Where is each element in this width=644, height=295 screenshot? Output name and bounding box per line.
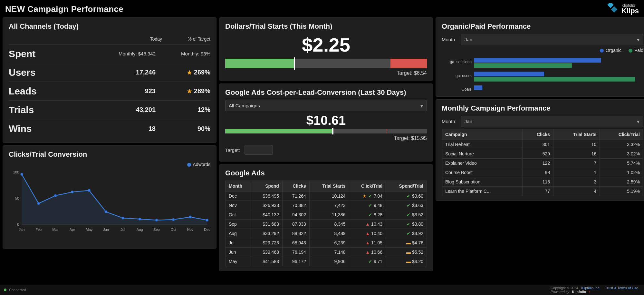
table-row: Jul$29,72368,9436,239▲ 11.05▬ $4.76 [226,238,427,248]
page-title: NEW Campaign Performance [5,4,123,14]
metric-target: ★269% [156,69,210,76]
mp-month-select[interactable]: Jan [461,116,643,127]
monthly-perf-panel: Monthly Campaign Performance Month: Jan … [436,99,644,201]
terms-link[interactable]: Trust & Terms of Use [605,286,638,290]
svg-text:Feb: Feb [35,228,42,231]
metric-today: 43,201 [91,106,156,113]
star-icon: ★ [187,88,192,95]
svg-point-21 [71,191,73,193]
warning-icon: ▲ [365,240,370,245]
table-header: Trial Starts [553,129,600,140]
svg-text:May: May [86,228,92,231]
svg-point-24 [121,217,124,219]
svg-text:ga: users: ga: users [456,74,472,78]
brand-logo: KlipfolioKlips [607,3,639,15]
col-target: % of Target [172,36,210,42]
metric-name: Spent [9,48,91,59]
svg-point-18 [20,173,23,176]
metric-row: Trials43,20112% [9,101,210,119]
cpl-bar [225,129,427,133]
star-icon: ★ [187,69,192,76]
svg-text:Oct: Oct [171,228,176,231]
svg-point-19 [37,202,40,205]
star-icon: ★ [362,193,367,199]
table-header: Spend/Trial [386,181,427,192]
legend-paid: Paid [634,48,643,53]
metric-name: Wins [9,123,91,134]
checkmark-icon: ✔ [368,193,372,199]
svg-text:Jan: Jan [19,228,24,231]
table-row: Oct$40,13294,30211,386✔ 8.28✔ $3.52 [226,210,427,220]
target-input-label: Target: [225,147,240,153]
table-row: Blog Subscription11632.59% [442,177,643,187]
metric-target: 90% [156,125,210,133]
metric-today: 17,246 [91,69,156,76]
table-header: Trial Starts [309,181,349,192]
google-cpl-panel: Google Ads Cost-per-Lead-Conversion (Las… [219,84,433,162]
table-row: Course Boost9811.02% [442,168,643,177]
table-row: Sep$31,68387,0338,345▲ 10.43✔ $3.80 [226,220,427,229]
metric-name: Trials [9,104,91,115]
svg-text:Jul: Jul [120,228,125,231]
table-header: Click/Trial [349,181,386,192]
table-row: Social Nurture529163.02% [442,149,643,159]
checkmark-icon: ✔ [406,212,411,217]
svg-point-22 [88,189,91,192]
paid-dot-icon [629,49,632,53]
dash-icon: ▬ [406,240,411,245]
company-link[interactable]: Klipfolio Inc. [581,286,600,290]
dash-icon: ▬ [406,250,411,255]
svg-point-23 [105,211,107,213]
svg-text:Dec: Dec [204,228,210,231]
svg-text:Aug: Aug [137,228,143,231]
svg-rect-34 [474,72,544,76]
svg-rect-0 [607,3,614,8]
metric-name: Leads [9,86,91,97]
adwords-dot-icon [187,163,191,167]
table-header: Month [226,181,252,192]
svg-rect-1 [611,6,618,13]
checkmark-icon: ✔ [406,203,411,208]
table-row: Nov$26,93370,3827,423✔ 9.48✔ $3.63 [226,201,427,210]
svg-rect-31 [474,58,601,63]
svg-text:Goals: Goals [461,87,472,91]
checkmark-icon: ✔ [406,231,411,236]
svg-point-28 [189,216,192,218]
svg-text:Sep: Sep [153,228,160,231]
brand-big: Klips [621,7,639,15]
metric-today: 18 [91,125,156,133]
table-header: Campaign [442,129,523,140]
table-header: Click/Trial [600,129,643,140]
col-today: Today [88,36,172,42]
svg-text:50: 50 [15,196,19,200]
metric-today: 923 [91,87,156,95]
panel-title: Google Ads [225,169,427,177]
svg-text:ga: sessions: ga: sessions [450,60,472,64]
checkmark-icon: ✔ [406,193,411,199]
table-row: Aug$33,29288,3228,489▲ 10.40✔ $3.92 [226,229,427,238]
campaign-select[interactable]: All Campaigns [225,100,427,111]
organic-paid-panel: Organic/Paid Performance Month: Jan Orga… [436,17,644,97]
metric-target: Monthly: 93% [156,51,210,56]
svg-point-26 [155,219,158,221]
svg-point-29 [206,219,208,221]
table-header: Spend [252,181,282,192]
dollars-trial-value: $2.25 [225,34,427,56]
month-label: Month: [442,37,457,42]
powered-by: Powered by [551,290,569,294]
google-ads-panel: Google Ads MonthSpendClicksTrial StartsC… [219,164,433,271]
metric-row: Leads923★289% [9,82,210,101]
connected-label: Connected [9,288,26,292]
svg-text:Apr: Apr [70,228,75,231]
metric-target: 12% [156,106,210,113]
svg-text:Nov: Nov [187,228,194,231]
legend-adwords: Adwords [193,162,210,167]
organic-paid-bar-chart: ga: sessionsga: usersGoals [442,55,643,91]
metric-row: SpentMonthly: $48,342Monthly: 93% [9,44,210,63]
table-row: May$41,58396,1729,906✔ 9.71▬ $4.20 [226,257,427,266]
svg-text:Mar: Mar [52,228,58,231]
op-month-select[interactable]: Jan [461,34,643,45]
target-input[interactable] [245,145,273,155]
organic-dot-icon [600,49,604,53]
checkmark-icon: ✔ [406,221,411,227]
